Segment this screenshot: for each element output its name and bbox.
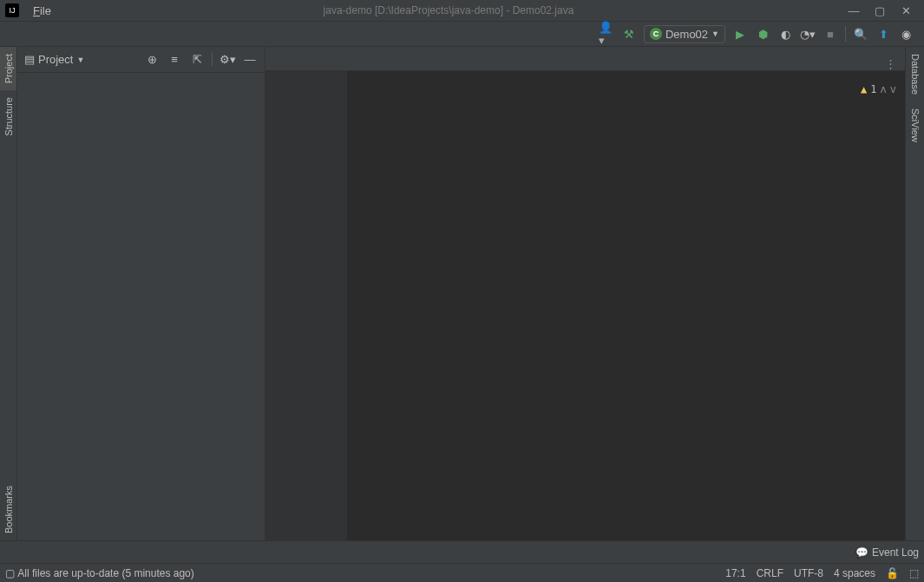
fold-gutter[interactable] xyxy=(335,71,347,540)
run-config-selector[interactable]: CDemo02▼ xyxy=(644,25,725,43)
left-tool-rail: Project Structure Bookmarks xyxy=(0,47,17,540)
profile-icon[interactable]: ◔▾ xyxy=(800,26,816,42)
status-message: All files are up-to-date (5 minutes ago) xyxy=(17,567,193,579)
editor-tabs: ⋮ xyxy=(265,47,905,71)
settings-icon[interactable]: ⚙▾ xyxy=(220,52,235,68)
caret-position[interactable]: 17:1 xyxy=(725,567,745,579)
navigation-toolbar: 👤▾ ⚒ CDemo02▼ ▶ ⬢ ◐ ◔▾ ■ 🔍 ⬆ ◉ xyxy=(0,21,924,47)
project-tool-tab[interactable]: Project xyxy=(0,47,16,90)
bottom-tool-bar: 💬 Event Log xyxy=(0,540,924,563)
collapse-all-icon[interactable]: ⇱ xyxy=(189,52,205,68)
run-icon[interactable]: ▶ xyxy=(732,26,748,42)
tabs-menu-icon[interactable]: ⋮ xyxy=(878,57,905,70)
status-icon[interactable]: ▢ xyxy=(5,567,15,579)
database-tool-tab[interactable]: Database xyxy=(908,47,922,101)
editor-area: ⋮ ▲ 1 ʌ v xyxy=(265,47,905,540)
app-logo: IJ xyxy=(5,3,19,17)
stop-icon[interactable]: ■ xyxy=(822,26,838,42)
code-editor[interactable]: ▲ 1 ʌ v xyxy=(265,71,905,540)
hide-panel-icon[interactable]: — xyxy=(242,52,258,68)
warning-icon: ▲ xyxy=(861,76,867,103)
minimize-button[interactable]: — xyxy=(841,2,867,19)
title-bar: IJ File java-demo [D:\IdeaProjects\java-… xyxy=(0,0,924,21)
structure-tool-tab[interactable]: Structure xyxy=(0,90,16,143)
project-icon: ▤ xyxy=(24,53,35,66)
sciview-tool-tab[interactable]: SciView xyxy=(908,101,922,149)
panel-title-selector[interactable]: ▤ Project ▼ xyxy=(24,53,84,66)
next-highlight-icon[interactable]: v xyxy=(890,76,896,103)
search-icon[interactable]: 🔍 xyxy=(853,26,868,42)
code-content[interactable]: ▲ 1 ʌ v xyxy=(347,71,905,540)
user-icon[interactable]: 👤▾ xyxy=(599,26,614,42)
panel-title-label: Project xyxy=(38,53,73,66)
project-panel: ▤ Project ▼ ⊕ ≡ ⇱ ⚙▾ — xyxy=(17,47,265,540)
memory-indicator-icon[interactable]: ⬚ xyxy=(909,567,919,579)
select-opened-icon[interactable]: ⊕ xyxy=(144,52,160,68)
maximize-button[interactable]: ▢ xyxy=(867,2,893,19)
prev-highlight-icon[interactable]: ʌ xyxy=(881,76,887,103)
readonly-lock-icon[interactable]: 🔓 xyxy=(886,567,899,579)
bookmarks-tool-tab[interactable]: Bookmarks xyxy=(0,479,16,540)
line-separator[interactable]: CRLF xyxy=(757,567,783,579)
hammer-icon[interactable]: ⚒ xyxy=(621,26,637,42)
run-config-label: Demo02 xyxy=(665,28,708,41)
update-icon[interactable]: ⬆ xyxy=(875,26,891,42)
menu-file[interactable]: File xyxy=(28,4,56,17)
project-tree[interactable] xyxy=(17,73,265,540)
coverage-icon[interactable]: ◐ xyxy=(777,26,793,42)
inspection-badge[interactable]: ▲ 1 ʌ v xyxy=(861,76,896,103)
right-tool-rail: Database SciView xyxy=(905,47,924,540)
warning-count: 1 xyxy=(870,76,876,103)
close-button[interactable]: ✕ xyxy=(893,2,919,19)
ide-services-icon[interactable]: ◉ xyxy=(898,26,914,42)
indent-indicator[interactable]: 4 spaces xyxy=(834,567,875,579)
debug-icon[interactable]: ⬢ xyxy=(755,26,770,42)
file-encoding[interactable]: UTF-8 xyxy=(794,567,823,579)
window-title: java-demo [D:\IdeaProjects\java-demo] - … xyxy=(56,4,841,16)
event-log-tab[interactable]: 💬 Event Log xyxy=(855,546,919,559)
expand-all-icon[interactable]: ≡ xyxy=(167,52,182,68)
status-bar: ▢ All files are up-to-date (5 minutes ag… xyxy=(0,563,924,582)
gutter[interactable] xyxy=(265,71,335,540)
